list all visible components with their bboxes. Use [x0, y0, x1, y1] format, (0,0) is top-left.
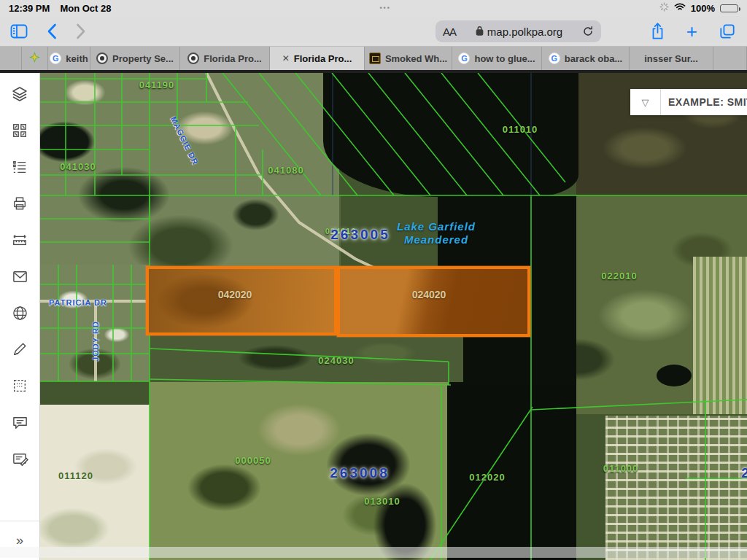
- polkpa-favicon: [96, 52, 108, 64]
- layers-icon[interactable]: [1, 76, 38, 112]
- tab-title: Florida Pro...: [294, 53, 352, 64]
- parcel-label: 013010: [364, 496, 400, 507]
- tab-florida-pro-1[interactable]: Florida Pro...: [180, 47, 270, 70]
- tab-barack[interactable]: G barack oba...: [542, 47, 630, 70]
- parcel-label: 022010: [601, 271, 637, 281]
- parcel-label: 041030: [60, 161, 96, 172]
- tab-how-to-glue[interactable]: G how to glue...: [452, 47, 542, 70]
- tab-bar-filler: [713, 47, 747, 70]
- comments-icon[interactable]: [1, 404, 38, 440]
- tab-title: Property Se...: [112, 53, 174, 64]
- lock-icon: [476, 26, 484, 38]
- tab-title: insser Sur...: [644, 53, 698, 64]
- forward-button[interactable]: [76, 23, 86, 39]
- activity-spinner-icon: [659, 2, 669, 14]
- address-bar[interactable]: AA map.polkpa.org: [436, 20, 601, 42]
- parcel-label: 041190: [139, 79, 175, 90]
- highlighted-parcel-label: 042020: [218, 289, 252, 300]
- parcel-label: 024030: [318, 355, 354, 366]
- tab-property-search[interactable]: Property Se...: [90, 47, 180, 70]
- measure-icon[interactable]: [1, 222, 38, 258]
- tab-insser[interactable]: insser Sur...: [630, 47, 713, 70]
- close-tab-icon[interactable]: ✕: [282, 53, 290, 63]
- section-label: 263005: [330, 227, 390, 243]
- tab-bar: G keith Property Se... Florida Pro... ✕ …: [0, 47, 747, 73]
- tab-keith[interactable]: G keith: [48, 47, 90, 70]
- print-icon[interactable]: [1, 185, 38, 222]
- reader-options-button[interactable]: AA: [443, 26, 456, 38]
- viewports-icon[interactable]: [1, 112, 38, 149]
- selected-parcel-024020[interactable]: [337, 266, 530, 337]
- tab-title: Florida Pro...: [204, 53, 261, 64]
- sidebar-toggle-button[interactable]: [10, 24, 28, 39]
- tab-title: barack oba...: [565, 53, 622, 64]
- draw-icon[interactable]: [1, 331, 38, 368]
- search-input[interactable]: [661, 89, 747, 115]
- safari-toolbar: AA map.polkpa.org +: [0, 16, 747, 47]
- tab-title: Smoked Wh...: [385, 53, 447, 64]
- wifi-icon: [674, 3, 686, 14]
- battery-icon: [720, 4, 738, 12]
- battery-percent: 100%: [691, 3, 715, 14]
- edit-form-icon[interactable]: [1, 440, 38, 477]
- highlighted-parcel-label: 024020: [412, 289, 446, 300]
- lake-name-label: Meandered: [404, 233, 468, 246]
- multitask-dots-icon: •••: [379, 4, 390, 12]
- globe-icon[interactable]: [1, 295, 38, 331]
- parcel-label: 012020: [469, 472, 505, 483]
- gold-favicon: [369, 52, 381, 64]
- section-label-partial: 2: [741, 465, 747, 481]
- map-search-box: ▽: [630, 89, 747, 115]
- lake-name-label: Lake Garfield: [397, 220, 476, 233]
- road-label: PATRICIA DR: [49, 298, 107, 307]
- clock: 12:39 PM: [9, 3, 50, 14]
- legend-icon[interactable]: [1, 149, 38, 185]
- tab-smoked[interactable]: Smoked Wh...: [365, 47, 452, 70]
- selected-parcel-042020[interactable]: [146, 266, 337, 335]
- url-text: map.polkpa.org: [487, 26, 562, 38]
- mail-icon[interactable]: [1, 258, 38, 295]
- back-button[interactable]: [47, 23, 57, 39]
- parcel-label: 041080: [268, 165, 303, 176]
- parcel-label: 011120: [58, 470, 93, 481]
- polkpa-favicon: [187, 52, 199, 64]
- home-indicator-area: [0, 547, 747, 558]
- reload-button[interactable]: [582, 26, 594, 37]
- parcel-label: 011010: [503, 124, 538, 135]
- parcel-label: 011000: [603, 463, 639, 474]
- parcel-map-canvas[interactable]: 041190 011010 041030 041080 024010 26300…: [40, 73, 747, 560]
- parcel-label: 000050: [235, 455, 271, 466]
- tab-title: how to glue...: [474, 53, 535, 64]
- share-button[interactable]: [651, 23, 665, 40]
- select-area-icon[interactable]: [1, 368, 38, 404]
- search-dropdown-button[interactable]: ▽: [630, 89, 661, 115]
- section-label: 263008: [330, 465, 389, 481]
- google-favicon: G: [50, 52, 61, 64]
- tab-florida-pro-active[interactable]: ✕ Florida Pro...: [270, 47, 365, 70]
- tab-stub: [0, 47, 22, 70]
- status-bar: 12:39 PM Mon Oct 28 ••• 100%: [0, 0, 747, 16]
- map-tool-sidebar: »: [0, 73, 40, 560]
- tab-title: keith: [66, 53, 88, 64]
- new-tab-button[interactable]: +: [686, 22, 697, 41]
- star-favicon: [29, 52, 40, 65]
- google-favicon: G: [549, 52, 560, 64]
- google-favicon: G: [458, 52, 470, 64]
- tab-untitled[interactable]: [22, 47, 48, 70]
- date: Mon Oct 28: [60, 3, 111, 14]
- tab-overview-button[interactable]: [719, 23, 735, 39]
- road-label: JODY RD: [91, 321, 100, 362]
